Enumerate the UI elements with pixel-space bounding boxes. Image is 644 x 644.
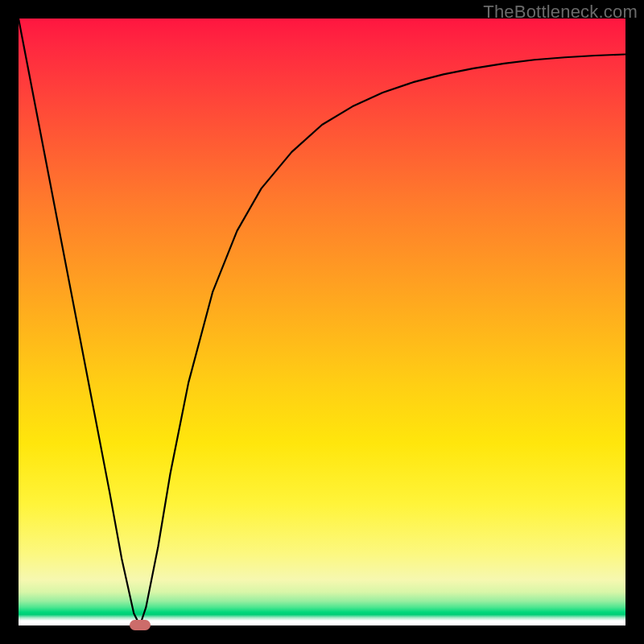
chart-frame: TheBottleneck.com	[0, 0, 644, 644]
optimal-marker	[130, 620, 151, 630]
plot-area	[19, 19, 625, 625]
watermark-text: TheBottleneck.com	[483, 2, 638, 23]
bottleneck-curve	[19, 19, 625, 625]
